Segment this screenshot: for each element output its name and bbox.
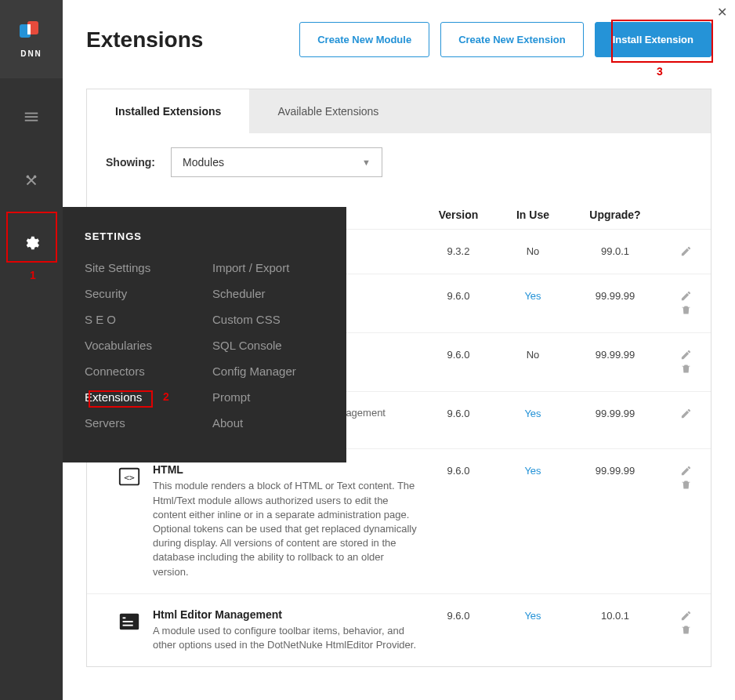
row-desc: This module renders a block of HTML or T… (153, 479, 419, 578)
svg-rect-4 (25, 116, 38, 118)
row-inuse: No (498, 347, 568, 361)
row-upgrade: 99.99.99 (568, 463, 662, 477)
name-cell: HTML This module renders a block of HTML… (153, 463, 419, 578)
page-title: Extensions (86, 27, 203, 53)
row-inuse[interactable]: Yes (498, 288, 568, 302)
row-actions (662, 288, 692, 318)
svg-point-7 (34, 176, 37, 179)
showing-select[interactable]: Modules ▼ (171, 147, 382, 177)
edit-icon[interactable] (675, 292, 692, 304)
row-upgrade: 99.99.99 (568, 406, 662, 419)
module-icon: <> (106, 463, 153, 488)
row-upgrade: 99.99.99 (568, 288, 662, 302)
row-actions (662, 608, 692, 638)
edit-icon[interactable] (675, 410, 692, 422)
row-version: 9.6.0 (419, 463, 498, 477)
flyout-item-about[interactable]: About (212, 416, 324, 430)
row-actions (662, 406, 692, 422)
flyout-item-scheduler[interactable]: Scheduler (212, 287, 324, 300)
row-desc: A module used to configure toolbar items… (153, 624, 419, 652)
tab-available-extensions[interactable]: Available Extensions (249, 89, 407, 133)
create-module-button[interactable]: Create New Module (299, 22, 429, 57)
flyout-item-sql-console[interactable]: SQL Console (212, 339, 324, 352)
name-cell: Html Editor Management A module used to … (153, 608, 419, 652)
delete-icon[interactable] (675, 481, 692, 493)
flyout-item-s-e-o[interactable]: S E O (85, 313, 197, 326)
filter-row: Showing: Modules ▼ (87, 133, 711, 185)
edit-icon[interactable] (675, 248, 692, 259)
row-upgrade: 10.0.1 (568, 608, 662, 622)
tabs: Installed Extensions Available Extension… (87, 89, 711, 133)
col-actions (662, 209, 692, 221)
row-version: 9.6.0 (419, 608, 498, 622)
row-version: 9.3.2 (419, 244, 498, 257)
module-icon (106, 608, 153, 633)
flyout-item-config-manager[interactable]: Config Manager (212, 365, 324, 378)
sidebar-content-icon[interactable] (0, 86, 63, 149)
table-row: Html Editor Management A module used to … (87, 593, 711, 666)
sidebar-tools-icon[interactable] (0, 149, 63, 212)
flyout-item-security[interactable]: Security (85, 287, 197, 300)
sidebar: DNN (0, 0, 63, 700)
row-title: HTML (153, 463, 419, 476)
flyout-col-1: Site SettingsSecurityS E OVocabulariesCo… (85, 261, 197, 430)
delete-icon[interactable] (675, 626, 692, 638)
logo-icon (20, 21, 43, 45)
sidebar-settings-icon[interactable] (0, 212, 63, 274)
chevron-down-icon: ▼ (362, 158, 371, 167)
annotation-label-3: 3 (657, 65, 663, 78)
flyout-item-custom-css[interactable]: Custom CSS (212, 313, 324, 326)
svg-text:<>: <> (124, 473, 135, 483)
row-title: Html Editor Management (153, 608, 419, 621)
logo-text: DNN (20, 49, 42, 58)
row-actions (662, 244, 692, 259)
col-upgrade: Upgrade? (568, 209, 662, 221)
svg-point-6 (27, 176, 30, 179)
flyout-title: SETTINGS (85, 230, 324, 242)
logo[interactable]: DNN (0, 0, 63, 78)
svg-rect-5 (25, 120, 38, 122)
settings-flyout: SETTINGS Site SettingsSecurityS E OVocab… (63, 207, 346, 462)
col-version: Version (419, 209, 498, 221)
row-inuse[interactable]: Yes (498, 463, 568, 477)
flyout-item-servers[interactable]: Servers (85, 416, 197, 430)
flyout-item-vocabularies[interactable]: Vocabularies (85, 339, 197, 352)
annotation-label-2: 2 (163, 390, 169, 403)
flyout-item-connectors[interactable]: Connectors (85, 365, 197, 378)
edit-icon[interactable] (675, 467, 692, 479)
svg-rect-16 (123, 624, 133, 626)
delete-icon[interactable] (675, 365, 692, 377)
showing-value: Modules (183, 156, 224, 169)
install-extension-button[interactable]: Install Extension (595, 22, 711, 57)
edit-icon[interactable] (675, 351, 692, 363)
row-inuse[interactable]: Yes (498, 406, 568, 419)
row-version: 9.6.0 (419, 288, 498, 302)
row-inuse: No (498, 244, 568, 257)
showing-label: Showing: (106, 156, 155, 169)
flyout-item-site-settings[interactable]: Site Settings (85, 261, 197, 274)
flyout-item-prompt[interactable]: Prompt (212, 390, 324, 404)
row-version: 9.6.0 (419, 347, 498, 361)
edit-icon[interactable] (675, 612, 692, 624)
row-upgrade: 99.99.99 (568, 347, 662, 361)
svg-rect-3 (25, 113, 38, 114)
row-actions (662, 463, 692, 493)
flyout-item-extensions[interactable]: Extensions (85, 390, 197, 404)
flyout-item-import-export[interactable]: Import / Export (212, 261, 324, 274)
create-extension-button[interactable]: Create New Extension (440, 22, 584, 57)
table-row: <> HTML This module renders a block of H… (87, 448, 711, 593)
svg-rect-14 (123, 617, 126, 618)
delete-icon[interactable] (675, 306, 692, 318)
header-buttons: Create New Module Create New Extension I… (299, 22, 711, 57)
annotation-label-1: 1 (30, 269, 36, 281)
close-icon[interactable]: ✕ (717, 5, 727, 20)
header: Extensions Create New Module Create New … (63, 0, 735, 73)
svg-rect-2 (27, 24, 31, 34)
row-actions (662, 347, 692, 377)
svg-rect-15 (123, 621, 133, 622)
row-version: 9.6.0 (419, 406, 498, 419)
flyout-col-2: Import / ExportSchedulerCustom CSSSQL Co… (212, 261, 324, 430)
row-inuse[interactable]: Yes (498, 608, 568, 622)
col-inuse: In Use (498, 209, 568, 221)
tab-installed-extensions[interactable]: Installed Extensions (87, 89, 249, 133)
